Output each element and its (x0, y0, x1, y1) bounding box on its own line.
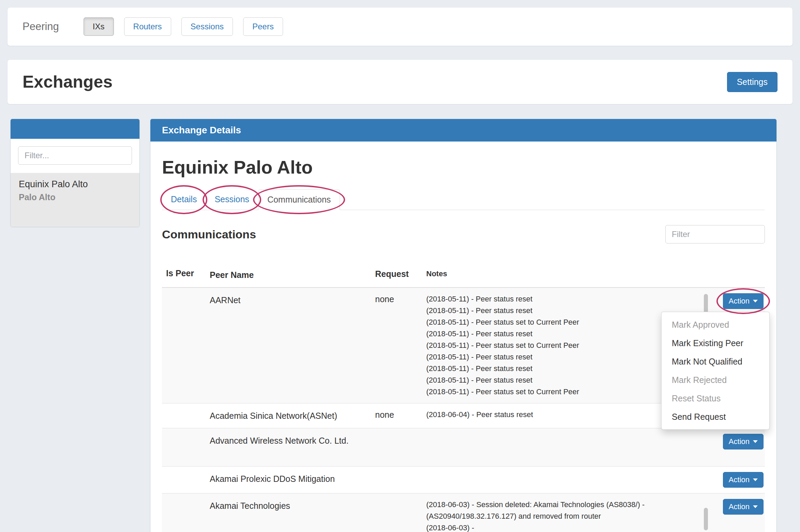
exchange-title: Equinix Palo Alto (162, 157, 765, 178)
exchange-list-body (11, 139, 139, 165)
is-peer-cell (162, 293, 210, 398)
caret-down-icon (753, 440, 758, 443)
table-row: Advanced Wireless Network Co. Ltd. Actio… (162, 428, 765, 467)
tab-details[interactable]: Details (162, 189, 206, 210)
action-button[interactable]: Action (723, 472, 764, 488)
action-button[interactable]: Action (723, 293, 764, 309)
exchange-list-panel: Equinix Palo Alto Palo Alto (10, 119, 140, 227)
notes-cell (426, 472, 699, 488)
tab-sessions-label: Sessions (214, 194, 249, 204)
menu-item-send-request[interactable]: Send Request (662, 408, 769, 426)
menu-item-mark-existing-peer[interactable]: Mark Existing Peer (662, 334, 769, 352)
request-cell: none (375, 293, 426, 398)
is-peer-cell (162, 472, 210, 488)
nav-peers-button[interactable]: Peers (243, 17, 283, 36)
col-header-is-peer: Is Peer (162, 268, 210, 282)
settings-button[interactable]: Settings (727, 72, 777, 92)
exchange-list-item[interactable]: Equinix Palo Alto Palo Alto (11, 173, 139, 227)
action-button[interactable]: Action (723, 434, 764, 449)
exchange-city: Palo Alto (19, 192, 131, 202)
page-header: Exchanges Settings (7, 59, 793, 104)
menu-item-reset-status[interactable]: Reset Status (662, 389, 769, 408)
app-brand: Peering (23, 20, 59, 33)
request-cell (375, 472, 426, 488)
action-dropdown-menu: Mark Approved Mark Existing Peer Mark No… (661, 312, 770, 430)
exchange-details-header: Exchange Details (150, 119, 776, 142)
caret-down-icon (753, 478, 758, 481)
peer-name-cell: Advanced Wireless Network Co. Ltd. (210, 434, 375, 461)
communications-table: Is Peer Peer Name Request Notes AARNet n… (162, 268, 765, 532)
tab-details-label: Details (171, 194, 197, 204)
communications-title: Communications (162, 228, 256, 241)
exchange-details-panel: Exchange Details Equinix Palo Alto Detai… (150, 119, 777, 532)
notes-scrollbar[interactable] (704, 508, 708, 530)
is-peer-cell (162, 409, 210, 423)
nav-ixs-button[interactable]: IXs (84, 17, 114, 36)
peer-name-cell: Akamai Technologies (210, 499, 375, 532)
notes-cell: (2018-05-11) - Peer status reset (2018-0… (426, 293, 699, 398)
action-button-label: Action (729, 438, 750, 445)
detail-tabs: Details Sessions Communications (162, 189, 765, 210)
exchange-list-panel-header (11, 119, 139, 139)
menu-item-mark-not-qualified[interactable]: Mark Not Qualified (662, 352, 769, 371)
tab-communications-label: Communications (267, 195, 331, 204)
col-header-notes: Notes (426, 268, 699, 282)
peer-name-cell: Academia Sinica Network(ASNet) (210, 409, 375, 423)
exchange-details-body: Equinix Palo Alto Details Sessions Commu… (150, 142, 776, 532)
is-peer-cell (162, 499, 210, 532)
is-peer-cell (162, 434, 210, 461)
action-button[interactable]: Action (723, 499, 764, 515)
action-button-label: Action (729, 476, 750, 484)
action-button-label: Action (729, 297, 750, 305)
communications-section-header: Communications (162, 225, 765, 243)
action-button-label: Action (729, 503, 750, 511)
table-row: Akamai Prolexic DDoS Mitigation Action (162, 467, 765, 493)
exchange-name: Equinix Palo Alto (19, 179, 131, 190)
tab-communications[interactable]: Communications (258, 189, 340, 210)
caret-down-icon (753, 300, 758, 302)
page-title: Exchanges (23, 72, 113, 92)
exchange-filter-input[interactable] (18, 146, 132, 165)
top-navbar: Peering IXs Routers Sessions Peers (7, 7, 793, 46)
nav-sessions-button[interactable]: Sessions (181, 17, 233, 36)
communications-filter-input[interactable] (665, 225, 765, 243)
peer-name-cell: Akamai Prolexic DDoS Mitigation (210, 472, 375, 488)
col-header-peer-name: Peer Name (210, 268, 375, 282)
table-row: Akamai Technologies (2018-06-03) - Sessi… (162, 493, 765, 532)
menu-item-mark-rejected[interactable]: Mark Rejected (662, 371, 769, 389)
notes-cell: (2018-06-03) - Session deleted: Akamai T… (426, 499, 699, 532)
peer-name-cell: AARNet (210, 293, 375, 398)
request-cell: none (375, 409, 426, 423)
notes-cell (426, 434, 699, 461)
caret-down-icon (753, 505, 758, 508)
menu-item-mark-approved[interactable]: Mark Approved (662, 315, 769, 334)
request-cell (375, 499, 426, 532)
col-header-request: Request (375, 268, 426, 282)
request-cell (375, 434, 426, 461)
notes-cell: (2018-06-04) - Peer status reset (426, 409, 699, 423)
table-header-row: Is Peer Peer Name Request Notes (162, 268, 765, 288)
tab-sessions[interactable]: Sessions (206, 189, 258, 210)
table-row: AARNet none (2018-05-11) - Peer status r… (162, 288, 765, 403)
nav-routers-button[interactable]: Routers (124, 17, 171, 36)
